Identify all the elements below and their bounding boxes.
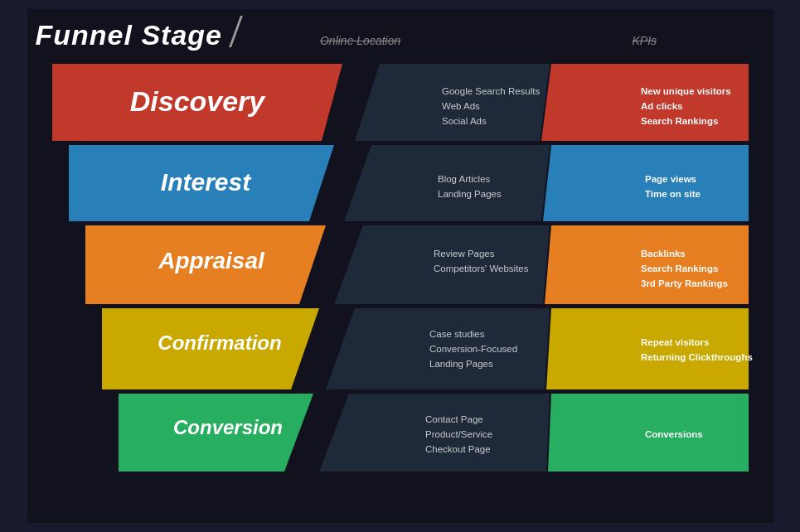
interest-online-text: Blog Articles [438, 174, 491, 184]
conversion-kpi-text: Conversions [645, 429, 703, 439]
appraisal-kpi-text: Backlinks [641, 249, 686, 259]
main-container: Funnel Stage Online Location KPIs Discov… [27, 9, 773, 523]
confirmation-label: Confirmation [158, 331, 281, 354]
conversion-online-text3: Checkout Page [425, 444, 491, 454]
funnel-svg-container: Discovery Google Search Results Web Ads … [36, 60, 765, 478]
confirmation-online-text: Case studies [429, 329, 485, 339]
interest-label: Interest [160, 168, 251, 196]
appraisal-online-text: Review Pages [434, 249, 495, 259]
confirmation-online-text3: Landing Pages [429, 359, 493, 369]
discovery-kpi-text: New unique visitors [641, 86, 731, 96]
conversion-online-text2: Product/Service [425, 429, 492, 439]
funnel-header: Funnel Stage Online Location KPIs [36, 9, 765, 60]
header-divider [229, 16, 243, 47]
confirmation-online-text2: Conversion-Focused [429, 344, 517, 354]
discovery-kpi-text3: Search Rankings [641, 116, 718, 126]
page-title: Funnel Stage [36, 19, 222, 51]
confirmation-kpi-shape [546, 308, 749, 389]
confirmation-kpi-text2: Returning Clickthroughs [641, 352, 753, 362]
online-location-header: Online Location [320, 34, 633, 51]
kpi-header: KPIs [633, 34, 765, 51]
interest-kpi-text: Page views [645, 174, 696, 184]
conversion-label: Conversion [172, 416, 282, 438]
discovery-label: Discovery [129, 85, 266, 117]
appraisal-online-text2: Competitors' Websites [434, 264, 529, 273]
confirmation-kpi-text: Repeat visitors [641, 337, 709, 347]
discovery-online-text2: Web Ads [442, 101, 480, 111]
interest-online-text2: Landing Pages [438, 189, 502, 199]
discovery-online-text3: Social Ads [442, 116, 487, 126]
conversion-online-text: Contact Page [425, 414, 483, 424]
appraisal-label: Appraisal [158, 248, 265, 273]
funnel-layout: Funnel Stage Online Location KPIs Discov… [36, 9, 765, 478]
interest-kpi-text2: Time on site [645, 189, 701, 199]
appraisal-kpi-text2: Search Rankings [641, 264, 718, 273]
appraisal-kpi-text3: 3rd Party Rankings [641, 278, 728, 288]
discovery-kpi-text2: Ad clicks [641, 101, 683, 111]
funnel-svg: Discovery Google Search Results Web Ads … [36, 60, 765, 478]
discovery-online-text: Google Search Results [442, 86, 541, 96]
